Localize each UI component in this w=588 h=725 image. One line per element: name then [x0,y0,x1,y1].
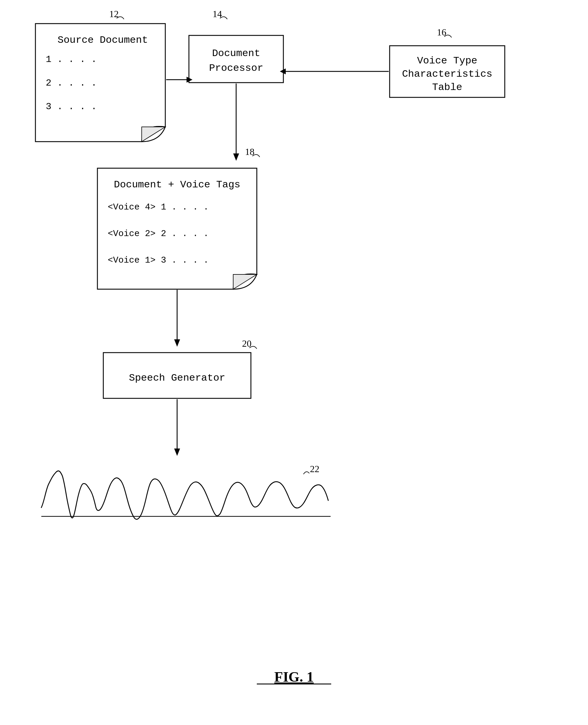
voice-tags-title: Document + Voice Tags [114,179,240,190]
audio-waveform [41,471,328,519]
arrowhead-tags-to-speech [174,339,180,347]
source-line-1: 1 . . . . [46,54,97,65]
doc-processor-label1: Document [212,48,260,59]
diagram-svg: 12 Source Document 1 . . . . 2 . . . . 3… [0,0,588,725]
speech-gen-label: Speech Generator [129,372,225,384]
voice-tag-line3: <Voice 1> 3 . . . . [108,255,209,265]
voice-tag-line1: <Voice 4> 1 . . . . [108,202,209,212]
diagram-container: 12 Source Document 1 . . . . 2 . . . . 3… [0,0,588,725]
arrowhead-speech-to-audio [174,449,180,456]
source-doc-title: Source Document [58,35,148,46]
source-line-3: 3 . . . . [46,101,97,112]
voice-type-label1: Voice Type [417,55,477,66]
ref-22: 22 [310,464,319,474]
arrowhead-proc-to-tags [233,153,239,161]
voice-tag-line2: <Voice 2> 2 . . . . [108,229,209,239]
voice-type-label2: Characteristics [402,68,492,80]
voice-type-label3: Table [432,82,462,93]
source-line-2: 2 . . . . [46,78,97,88]
doc-processor-box [189,36,284,83]
doc-processor-label2: Processor [209,63,263,74]
fig-label: FIG. 1 [274,669,314,685]
